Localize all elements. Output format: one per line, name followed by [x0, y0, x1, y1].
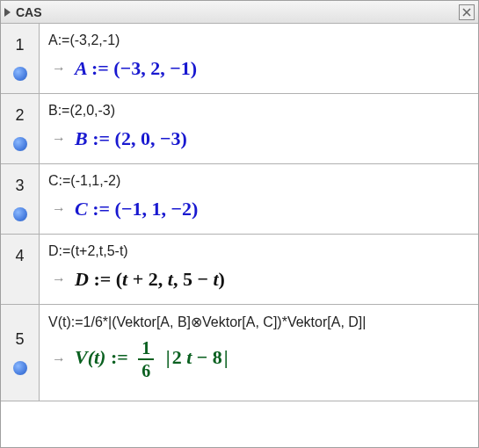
- cas-row[interactable]: 4 D:=(t+2,t,5-t) → D := (t + 2, t, 5 − t…: [1, 235, 478, 305]
- output-formula: D := (t + 2, t, 5 − t): [75, 268, 225, 291]
- input-expression[interactable]: B:=(2,0,-3): [48, 103, 469, 119]
- result-arrow-icon: →: [52, 271, 66, 287]
- visibility-bullet-icon[interactable]: [13, 137, 27, 151]
- row-content: V(t):=1/6*|(Vektor[A, B]⊗Vektor[A, C])*V…: [40, 305, 478, 401]
- visibility-bullet-icon[interactable]: [13, 67, 27, 81]
- output-expression: → B := (2, 0, −3): [48, 127, 469, 150]
- result-arrow-icon: →: [52, 61, 66, 76]
- row-content: C:=(-1,1,-2) → C := (−1, 1, −2): [40, 164, 478, 234]
- visibility-bullet-icon[interactable]: [13, 207, 27, 221]
- row-content: D:=(t+2,t,5-t) → D := (t + 2, t, 5 − t): [40, 235, 478, 304]
- result-arrow-icon: →: [52, 351, 66, 367]
- row-number: 2: [15, 106, 24, 125]
- fraction: 1 6: [138, 339, 154, 379]
- row-number: 3: [15, 177, 24, 195]
- row-gutter: 4: [1, 235, 40, 304]
- row-gutter: 5: [1, 305, 40, 401]
- input-expression[interactable]: D:=(t+2,t,5-t): [48, 243, 469, 259]
- row-gutter: 1: [1, 24, 40, 93]
- titlebar: CAS: [1, 1, 478, 24]
- row-number: 5: [15, 330, 24, 349]
- row-content: B:=(2,0,-3) → B := (2, 0, −3): [40, 94, 478, 163]
- result-arrow-icon: →: [52, 201, 66, 217]
- collapse-icon[interactable]: [4, 8, 11, 17]
- row-gutter: 2: [1, 94, 40, 163]
- output-expression: → C := (−1, 1, −2): [48, 198, 469, 220]
- cas-row[interactable]: 1 A:=(-3,2,-1) → A := (−3, 2, −1): [1, 24, 478, 94]
- output-formula: B := (2, 0, −3): [75, 127, 187, 150]
- output-expression: → D := (t + 2, t, 5 − t): [48, 268, 469, 291]
- output-formula: V(t) := 1 6 |2 t − 8|: [75, 339, 230, 379]
- input-expression[interactable]: V(t):=1/6*|(Vektor[A, B]⊗Vektor[A, C])*V…: [48, 314, 469, 330]
- input-expression[interactable]: C:=(-1,1,-2): [48, 173, 469, 189]
- result-arrow-icon: →: [52, 131, 66, 147]
- output-formula: A := (−3, 2, −1): [75, 57, 197, 80]
- visibility-bullet-icon[interactable]: [13, 361, 27, 375]
- row-number: 4: [15, 247, 24, 265]
- panel-title: CAS: [16, 5, 459, 19]
- cas-row[interactable]: 5 V(t):=1/6*|(Vektor[A, B]⊗Vektor[A, C])…: [1, 305, 478, 401]
- row-gutter: 3: [1, 164, 40, 234]
- row-number: 1: [15, 36, 24, 54]
- close-icon: [462, 8, 471, 17]
- output-expression: → V(t) := 1 6 |2 t − 8|: [48, 339, 469, 379]
- close-button[interactable]: [459, 4, 475, 20]
- cas-row[interactable]: 3 C:=(-1,1,-2) → C := (−1, 1, −2): [1, 164, 478, 235]
- output-expression: → A := (−3, 2, −1): [48, 57, 469, 80]
- input-expression[interactable]: A:=(-3,2,-1): [48, 33, 469, 48]
- row-content: A:=(-3,2,-1) → A := (−3, 2, −1): [40, 24, 478, 93]
- cas-row[interactable]: 2 B:=(2,0,-3) → B := (2, 0, −3): [1, 94, 478, 164]
- output-formula: C := (−1, 1, −2): [75, 198, 198, 220]
